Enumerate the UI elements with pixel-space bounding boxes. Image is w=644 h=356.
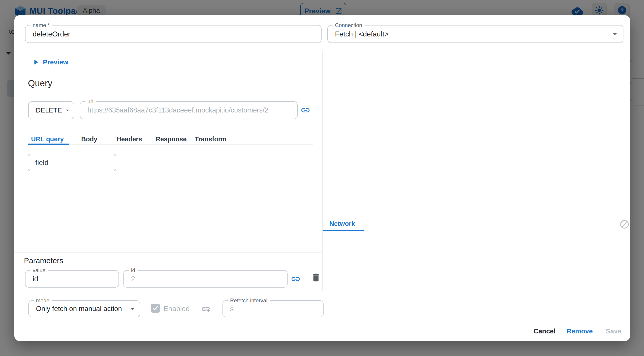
param-bind-link-icon[interactable] bbox=[291, 274, 300, 284]
pane-splitter[interactable] bbox=[322, 52, 323, 291]
save-button[interactable]: Save bbox=[606, 328, 622, 335]
refetch-interval-label: Refetch interval bbox=[228, 298, 270, 304]
cancel-button[interactable]: Cancel bbox=[534, 328, 556, 335]
run-preview-button[interactable]: Preview bbox=[32, 58, 68, 66]
arrow-drop-down-icon bbox=[610, 30, 620, 38]
query-editor-dialog: name * deleteOrder Connection Fetch | <d… bbox=[14, 15, 630, 341]
network-panel-top-border bbox=[323, 215, 630, 215]
delete-param-trash-icon[interactable] bbox=[311, 272, 321, 283]
param-value-field[interactable]: value id bbox=[25, 270, 119, 288]
check-icon bbox=[152, 305, 159, 312]
tab-network[interactable]: Network bbox=[330, 220, 355, 228]
run-preview-label: Preview bbox=[43, 58, 68, 66]
tab-url-query[interactable]: URL query bbox=[31, 136, 64, 143]
param-value-label: value bbox=[30, 267, 48, 274]
method-select[interactable]: DELETE bbox=[28, 101, 74, 119]
active-tab-indicator bbox=[28, 144, 69, 145]
parameters-heading: Parameters bbox=[24, 256, 63, 265]
refetch-interval-value: s bbox=[230, 305, 234, 313]
arrow-drop-down-icon bbox=[64, 106, 72, 114]
left-pane-divider bbox=[14, 252, 322, 253]
enabled-checkbox-label: Enabled bbox=[164, 304, 190, 313]
url-field[interactable]: url https://635aaf68aa7c3f113daceeef.moc… bbox=[80, 101, 298, 119]
connection-select-label: Connection bbox=[333, 22, 364, 28]
add-link-icon[interactable] bbox=[201, 304, 211, 314]
name-field-label: name * bbox=[30, 22, 52, 28]
mode-select-label: mode bbox=[34, 298, 52, 304]
tab-body[interactable]: Body bbox=[81, 136, 98, 143]
tab-transform[interactable]: Transform bbox=[195, 136, 226, 143]
enabled-checkbox[interactable] bbox=[151, 304, 160, 312]
network-tabs-divider bbox=[323, 231, 630, 231]
tab-headers[interactable]: Headers bbox=[116, 136, 142, 143]
refetch-interval-field[interactable]: Refetch interval s bbox=[222, 300, 324, 317]
play-arrow-icon bbox=[32, 58, 40, 66]
param-id-text: 2 bbox=[131, 275, 135, 283]
url-field-label: url bbox=[85, 98, 96, 105]
query-field-input[interactable]: field bbox=[28, 154, 116, 171]
network-tab-indicator bbox=[323, 230, 364, 231]
block-icon[interactable] bbox=[620, 219, 630, 230]
query-heading: Query bbox=[28, 78, 52, 88]
tab-response[interactable]: Response bbox=[156, 136, 187, 143]
mode-select-value: Only fetch on manual action bbox=[36, 305, 122, 313]
url-bind-link-icon[interactable] bbox=[300, 105, 310, 115]
query-field-value: field bbox=[35, 158, 48, 167]
param-id-field[interactable]: id 2 bbox=[124, 270, 288, 288]
connection-select[interactable]: Connection Fetch | <default> bbox=[327, 25, 624, 43]
name-field-value: deleteOrder bbox=[33, 30, 70, 38]
mode-select[interactable]: mode Only fetch on manual action bbox=[28, 300, 140, 317]
param-value-text: id bbox=[33, 275, 38, 283]
remove-button[interactable]: Remove bbox=[567, 328, 593, 335]
method-select-value: DELETE bbox=[36, 106, 62, 114]
tabs-divider bbox=[28, 144, 312, 145]
connection-select-value: Fetch | <default> bbox=[335, 30, 389, 38]
name-field[interactable]: name * deleteOrder bbox=[25, 25, 322, 43]
url-field-placeholder: https://635aaf68aa7c3f113daceeef.mockapi… bbox=[88, 106, 268, 114]
param-id-label: id bbox=[129, 267, 138, 274]
arrow-drop-down-icon bbox=[128, 305, 137, 313]
